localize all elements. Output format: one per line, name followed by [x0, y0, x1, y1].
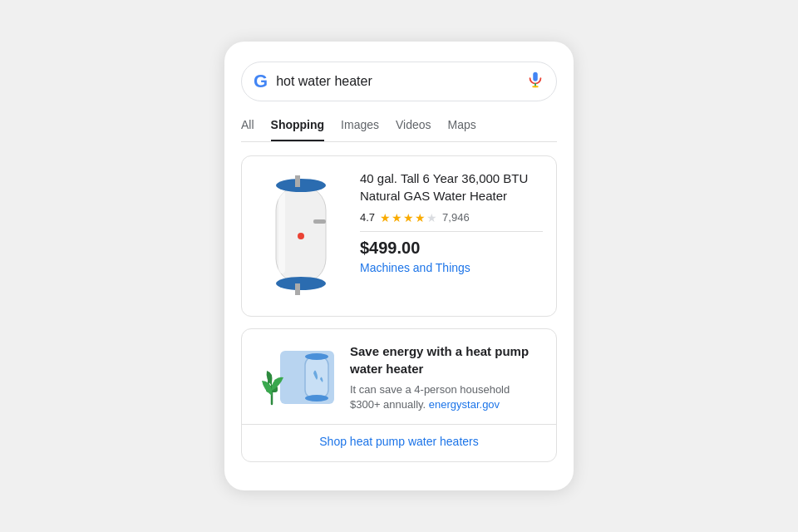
svg-point-5 — [276, 277, 326, 290]
search-input[interactable]: hot water heater — [276, 74, 518, 89]
product-price: $499.00 — [360, 239, 543, 258]
energy-heading: Save energy with a heat pump water heate… — [350, 342, 543, 377]
product-title: 40 gal. Tall 6 Year 36,000 BTU Natural G… — [360, 170, 543, 204]
tab-shopping[interactable]: Shopping — [271, 118, 325, 141]
star-1: ★ — [380, 211, 391, 224]
energy-content: Save energy with a heat pump water heate… — [255, 342, 543, 412]
product-seller[interactable]: Machines and Things — [360, 261, 543, 274]
svg-rect-8 — [295, 175, 300, 187]
stars: ★ ★ ★ ★ ★ — [380, 211, 437, 224]
search-bar: G hot water heater — [241, 62, 557, 101]
tab-videos[interactable]: Videos — [396, 118, 431, 141]
energy-text: Save energy with a heat pump water heate… — [350, 342, 543, 412]
rating-number: 4.7 — [360, 211, 375, 224]
energy-card: Save energy with a heat pump water heate… — [241, 328, 557, 462]
tab-images[interactable]: Images — [341, 118, 379, 141]
rating-row: 4.7 ★ ★ ★ ★ ★ 7,946 — [360, 211, 543, 224]
review-count: 7,946 — [442, 211, 470, 224]
star-2: ★ — [392, 211, 402, 224]
svg-rect-10 — [313, 219, 326, 224]
price-divider — [360, 231, 543, 232]
product-card: 40 gal. Tall 6 Year 36,000 BTU Natural G… — [241, 155, 557, 317]
energy-description: It can save a 4-person household $300+ a… — [350, 382, 543, 412]
svg-point-13 — [305, 353, 328, 360]
energy-image — [255, 344, 338, 411]
star-4: ★ — [415, 211, 426, 224]
svg-rect-9 — [295, 283, 300, 295]
product-info: 40 gal. Tall 6 Year 36,000 BTU Natural G… — [360, 170, 543, 274]
microphone-icon[interactable] — [526, 71, 544, 92]
product-card-inner: 40 gal. Tall 6 Year 36,000 BTU Natural G… — [255, 170, 543, 303]
star-3: ★ — [403, 211, 414, 224]
google-g-letter: G — [254, 71, 268, 92]
svg-point-4 — [276, 179, 326, 192]
energystar-link[interactable]: energystar.gov — [429, 398, 500, 411]
tab-all[interactable]: All — [241, 118, 254, 141]
svg-rect-6 — [278, 190, 285, 273]
svg-point-14 — [305, 395, 328, 401]
shop-heat-pump-link[interactable]: Shop heat pump water heaters — [255, 425, 543, 448]
google-logo: G — [254, 71, 268, 92]
svg-point-7 — [298, 233, 304, 239]
svg-rect-0 — [533, 72, 538, 81]
product-image — [255, 170, 347, 303]
star-5: ★ — [426, 211, 437, 224]
tab-maps[interactable]: Maps — [448, 118, 476, 141]
tabs-bar: All Shopping Images Videos Maps — [241, 118, 557, 142]
phone-frame: G hot water heater All Shopping Images V… — [224, 42, 574, 490]
